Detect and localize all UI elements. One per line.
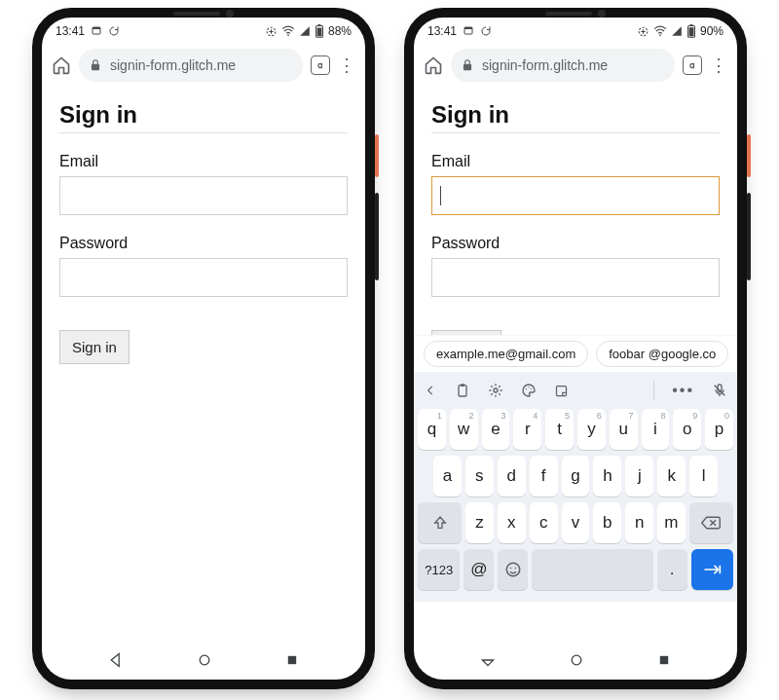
email-field[interactable] — [59, 176, 348, 215]
status-bar: 13:41 — [42, 18, 365, 45]
email-label: Email — [431, 153, 720, 170]
android-nav-bar — [42, 641, 365, 680]
svg-point-3 — [287, 34, 289, 36]
key-p[interactable]: p0 — [705, 409, 733, 450]
key-e[interactable]: e3 — [482, 409, 510, 450]
key-d[interactable]: d — [498, 456, 526, 497]
soft-keyboard: q1w2e3r4t5y6u7i8o9p0 asdfghjkl zxcvbnm ?… — [414, 403, 737, 602]
overflow-menu-icon[interactable]: ⋮ — [710, 55, 727, 76]
clipboard-icon[interactable] — [455, 383, 470, 398]
phone-right: 13:41 — [404, 8, 747, 689]
status-battery-pct: 88% — [328, 24, 352, 38]
sync-icon — [480, 25, 492, 37]
gear-icon[interactable] — [488, 383, 503, 398]
key-m[interactable]: m — [657, 502, 686, 543]
svg-rect-5 — [318, 24, 321, 25]
browser-toolbar: signin-form.glitch.me ɑ ⋮ — [42, 45, 365, 88]
key-w[interactable]: w2 — [450, 409, 478, 450]
space-key[interactable] — [532, 549, 652, 590]
nav-back-icon[interactable] — [480, 652, 496, 668]
nav-home-icon[interactable] — [197, 652, 212, 668]
home-icon[interactable] — [424, 55, 443, 75]
kb-more-icon[interactable]: ••• — [672, 382, 694, 399]
key-k[interactable]: k — [657, 456, 686, 497]
web-page: Sign in Email Password Sign in — [42, 88, 365, 641]
email-field[interactable] — [431, 176, 720, 215]
status-time: 13:41 — [427, 24, 457, 38]
key-x[interactable]: x — [498, 502, 526, 543]
period-key[interactable]: . — [657, 549, 687, 590]
url-bar[interactable]: signin-form.glitch.me — [79, 49, 303, 82]
data-saver-icon — [265, 25, 278, 38]
svg-point-21 — [526, 388, 527, 389]
email-label: Email — [59, 153, 348, 170]
url-text: signin-form.glitch.me — [110, 57, 236, 73]
key-z[interactable]: z — [465, 502, 494, 543]
notification-icon — [91, 25, 102, 37]
key-n[interactable]: n — [625, 502, 653, 543]
mic-off-icon[interactable] — [712, 383, 727, 398]
enter-key[interactable] — [691, 549, 733, 590]
android-nav-bar — [414, 641, 737, 680]
key-q[interactable]: q1 — [418, 409, 446, 450]
cell-signal-icon — [671, 25, 683, 37]
palette-icon[interactable] — [521, 383, 537, 398]
key-g[interactable]: g — [562, 456, 590, 497]
svg-point-29 — [572, 655, 581, 665]
svg-rect-19 — [461, 384, 464, 387]
svg-point-28 — [514, 568, 516, 570]
key-f[interactable]: f — [530, 456, 558, 497]
key-c[interactable]: c — [530, 502, 558, 543]
status-battery-pct: 90% — [700, 24, 723, 38]
battery-icon — [315, 24, 324, 38]
nav-recents-icon[interactable] — [285, 653, 299, 667]
autofill-chip[interactable]: foobar @google.co — [596, 341, 728, 367]
key-b[interactable]: b — [593, 502, 621, 543]
svg-rect-17 — [464, 64, 471, 70]
svg-rect-16 — [689, 27, 694, 36]
key-l[interactable]: l — [689, 456, 718, 497]
password-label: Password — [59, 235, 348, 252]
svg-rect-1 — [93, 27, 100, 29]
status-bar: 13:41 — [414, 18, 737, 45]
password-field[interactable] — [59, 258, 348, 297]
key-a[interactable]: a — [433, 456, 462, 497]
svg-rect-24 — [557, 386, 567, 395]
backspace-key[interactable] — [689, 502, 733, 543]
svg-rect-9 — [288, 656, 296, 664]
svg-point-26 — [506, 563, 520, 576]
phone-left: 13:41 — [32, 8, 375, 689]
at-key[interactable]: @ — [464, 549, 494, 590]
wifi-icon — [653, 25, 667, 37]
symbols-key[interactable]: ?123 — [418, 549, 460, 590]
url-bar[interactable]: signin-form.glitch.me — [451, 49, 675, 82]
svg-rect-6 — [317, 28, 322, 37]
password-field[interactable] — [431, 258, 720, 297]
key-h[interactable]: h — [593, 456, 621, 497]
web-page: Sign in Email Password Sign in example.m… — [414, 88, 737, 641]
svg-point-23 — [531, 388, 532, 389]
key-u[interactable]: u7 — [610, 409, 638, 450]
key-i[interactable]: i8 — [642, 409, 670, 450]
note-icon[interactable] — [554, 384, 569, 398]
key-v[interactable]: v — [562, 502, 590, 543]
key-t[interactable]: t5 — [545, 409, 574, 450]
emoji-key[interactable] — [498, 549, 528, 590]
nav-recents-icon[interactable] — [657, 653, 671, 667]
reader-mode-icon[interactable]: ɑ — [311, 55, 330, 75]
key-r[interactable]: r4 — [513, 409, 541, 450]
key-y[interactable]: y6 — [577, 409, 606, 450]
home-icon[interactable] — [52, 55, 71, 75]
key-s[interactable]: s — [465, 456, 494, 497]
kb-collapse-icon[interactable] — [424, 384, 437, 397]
key-j[interactable]: j — [625, 456, 653, 497]
key-o[interactable]: o9 — [673, 409, 701, 450]
nav-home-icon[interactable] — [569, 652, 584, 668]
reader-mode-icon[interactable]: ɑ — [683, 55, 702, 75]
nav-back-icon[interactable] — [108, 652, 124, 668]
sign-in-button[interactable]: Sign in — [59, 330, 130, 364]
autofill-chip[interactable]: example.me@gmail.com — [424, 341, 588, 367]
overflow-menu-icon[interactable]: ⋮ — [338, 55, 355, 76]
shift-key[interactable] — [418, 502, 462, 543]
password-label: Password — [431, 235, 720, 252]
